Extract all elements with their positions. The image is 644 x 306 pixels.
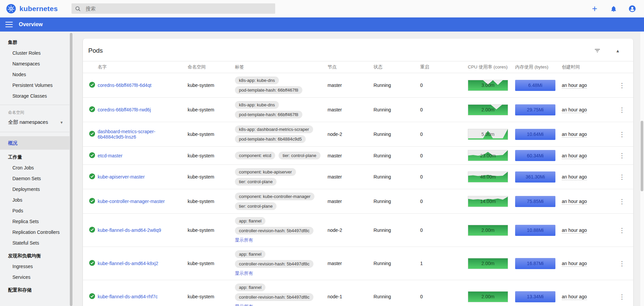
kebab-menu-icon[interactable]: ⋮ [618, 173, 626, 181]
kebab-menu-icon[interactable]: ⋮ [618, 131, 626, 138]
pod-restarts: 0 [420, 199, 423, 204]
column-header-memory: 内存使用 (bytes) [515, 61, 562, 73]
pod-labels-cell: app: flannelcontroller-revision-hash: 5b… [235, 280, 328, 306]
pod-row: etcd-masterkube-systemcomponent: etcdtie… [83, 147, 633, 165]
pod-name-link[interactable]: kube-flannel-ds-amd64-rhf7c [98, 294, 158, 299]
pod-label-chip: tier: control-plane [235, 178, 277, 186]
pod-name-link[interactable]: coredns-66bff467f8-6d4qt [98, 83, 151, 88]
page-title: Overview [19, 21, 43, 28]
sidebar-item-jobs[interactable]: Jobs [0, 195, 69, 205]
pod-status-icon-cell [83, 247, 98, 280]
pod-status-cell: Running [374, 214, 420, 247]
check-circle-icon [89, 293, 95, 299]
sidebar-item-nodes[interactable]: Nodes [0, 69, 69, 80]
cpu-usage-value: 48.00m [468, 172, 508, 182]
sidebar-item-deployments[interactable]: Deployments [0, 184, 69, 195]
pod-restarts: 0 [420, 294, 423, 299]
menu-icon[interactable] [5, 22, 13, 27]
pod-status-icon-cell [83, 73, 98, 98]
pod-name-link[interactable]: kube-controller-manager-master [98, 199, 165, 204]
pod-restarts-cell: 0 [420, 280, 468, 306]
pod-name-link[interactable]: kube-flannel-ds-amd64-k8xj2 [98, 261, 158, 266]
memory-usage-value: 16.87Mi [527, 261, 544, 266]
create-resource-button[interactable]: + [590, 4, 599, 13]
sidebar-item-cron-jobs[interactable]: Cron Jobs [0, 162, 69, 173]
kebab-menu-icon[interactable]: ⋮ [618, 198, 626, 205]
cpu-usage-value: 2.00m [468, 105, 508, 115]
kebab-menu-icon[interactable]: ⋮ [618, 226, 626, 234]
collapse-card-button[interactable]: ▲ [615, 48, 620, 53]
pod-restarts-cell: 0 [420, 73, 468, 98]
kebab-menu-icon[interactable]: ⋮ [618, 106, 626, 114]
account-button[interactable] [628, 4, 637, 13]
pod-name-link[interactable]: kube-apiserver-master [98, 174, 145, 180]
sidebar-item-services[interactable]: Services [0, 272, 69, 283]
sidebar-item-storage-classes[interactable]: Storage Classes [0, 91, 69, 101]
sidebar-item-persistent-volumes[interactable]: Persistent Volumes [0, 80, 69, 91]
kebab-menu-icon[interactable]: ⋮ [618, 152, 626, 159]
column-header-labels: 标签 [235, 61, 328, 73]
pod-label-chip: app: flannel [235, 250, 265, 258]
memory-usage-value: 75.85Mi [527, 199, 544, 204]
pod-created-cell: an hour ago [562, 98, 613, 122]
filter-button[interactable] [594, 47, 601, 54]
notifications-button[interactable] [609, 4, 618, 13]
kebab-menu-icon[interactable]: ⋮ [618, 82, 626, 89]
pod-node-cell: master [328, 247, 374, 280]
pod-namespace: kube-system [188, 174, 214, 180]
memory-usage-value: 361.30Mi [526, 174, 545, 180]
pod-node: node-2 [328, 132, 342, 137]
cpu-usage-sparkline: 14.00m [468, 196, 508, 207]
namespace-select[interactable]: 全部 namespaces ▼ [0, 116, 69, 129]
pod-namespace: kube-system [188, 227, 214, 233]
pod-label-chip: controller-revision-hash: 5b4497df8c [235, 293, 313, 301]
sidebar-item-ingresses[interactable]: Ingresses [0, 261, 69, 272]
sidebar-scrollbar-thumb[interactable] [70, 33, 72, 306]
pod-namespace-cell: kube-system [188, 214, 235, 247]
sidebar-item-cluster-roles[interactable]: Cluster Roles [0, 48, 69, 58]
pod-memory-cell: 13.34Mi [515, 280, 562, 306]
sidebar-item-pods[interactable]: Pods [0, 205, 69, 216]
pod-name-link[interactable]: dashboard-metrics-scraper-6b4884c9d5-lns… [98, 129, 182, 140]
sidebar-item-namespaces[interactable]: Namespaces [0, 58, 69, 69]
pod-name-link[interactable]: etcd-master [98, 153, 122, 158]
kebab-menu-icon[interactable]: ⋮ [618, 293, 626, 301]
kebab-menu-icon[interactable]: ⋮ [618, 260, 626, 267]
pod-name-cell: kube-flannel-ds-amd64-rhf7c [98, 280, 188, 306]
search-bar[interactable] [71, 3, 275, 14]
sidebar-item-stateful-sets[interactable]: Stateful Sets [0, 238, 69, 248]
show-all-labels-link[interactable]: 显示所有 [235, 270, 253, 276]
sidebar-discovery-items: IngressesServices [0, 261, 69, 283]
search-input[interactable] [86, 6, 272, 11]
memory-usage-value: 6.48Mi [528, 83, 542, 88]
pod-restarts: 0 [420, 132, 423, 137]
pod-name-link[interactable]: kube-flannel-ds-amd64-2w8q9 [98, 227, 161, 233]
pod-status-icon-cell [83, 214, 98, 247]
show-all-labels-link[interactable]: 显示所有 [235, 237, 253, 243]
sidebar-item-daemon-sets[interactable]: Daemon Sets [0, 173, 69, 184]
pod-name-link[interactable]: coredns-66bff467f8-rwd6j [98, 107, 151, 112]
check-circle-icon [89, 131, 95, 137]
pod-restarts-cell: 0 [420, 147, 468, 165]
kubernetes-brand[interactable]: kubernetes [0, 4, 58, 14]
pod-cpu-cell: 23.00m [468, 147, 515, 165]
sidebar: 集群 Cluster RolesNamespacesNodesPersisten… [0, 32, 69, 306]
sidebar-scrollbar[interactable] [69, 32, 73, 306]
pod-label-chip: controller-revision-hash: 5b4497df8c [235, 260, 313, 268]
sidebar-item-replica-sets[interactable]: Replica Sets [0, 216, 69, 227]
pod-status-cell: Running [374, 73, 420, 98]
pod-namespace: kube-system [188, 83, 214, 88]
pod-age: an hour ago [562, 83, 587, 89]
pod-namespace: kube-system [188, 199, 214, 204]
show-all-labels-link[interactable]: 显示所有 [235, 304, 253, 306]
sidebar-item-overview[interactable]: 概况 [0, 136, 69, 150]
check-circle-icon [89, 82, 95, 88]
sidebar-item-replication-controllers[interactable]: Replication Controllers [0, 227, 69, 238]
pod-memory-cell: 75.85Mi [515, 189, 562, 214]
page-scrollbar-thumb[interactable] [641, 121, 643, 191]
pod-node-cell: node-2 [328, 214, 374, 247]
cpu-usage-value: 3.00m [468, 80, 508, 91]
pod-cpu-cell: 3.00m [468, 73, 515, 98]
page-scrollbar[interactable] [640, 32, 644, 306]
memory-usage-block: 75.85Mi [515, 196, 555, 207]
